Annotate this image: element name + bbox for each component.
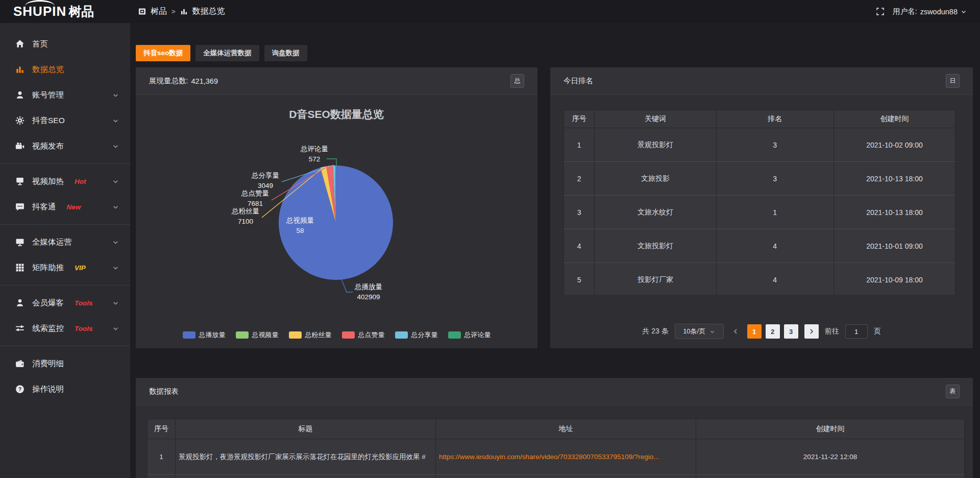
page-button-1[interactable]: 1 xyxy=(747,324,762,339)
sidebar-item-label: 矩阵助推 xyxy=(32,262,64,273)
ranking-cell: 3 xyxy=(717,162,834,196)
page-size-select[interactable]: 10条/页 xyxy=(675,324,724,339)
ranking-cell: 2 xyxy=(564,162,595,196)
sidebar-item-doukertong[interactable]: 抖客通New xyxy=(0,194,130,220)
ranking-cell: 4 xyxy=(717,263,834,295)
topbar-right: 用户名: zswodun88 xyxy=(876,7,980,16)
sidebar-item-label: 视频发布 xyxy=(32,141,64,152)
sidebar-item-label: 数据总览 xyxy=(32,64,64,75)
sidebar-item-label: 账号管理 xyxy=(32,90,64,101)
ranking-col-header: 序号 xyxy=(564,110,595,128)
sidebar-badge: Tools xyxy=(75,325,93,332)
page-button-2[interactable]: 2 xyxy=(766,324,780,339)
breadcrumb-separator: > xyxy=(172,8,176,15)
report-table: 序号标题地址创建时间 1景观投影灯，夜游景观投影灯厂家展示展示落花灯在花园里的灯… xyxy=(147,419,965,478)
ranking-cell: 1 xyxy=(564,128,595,162)
report-panel-title: 数据报表 xyxy=(149,387,179,396)
prev-page-button[interactable] xyxy=(730,324,741,339)
user-label: 用户名: xyxy=(893,7,917,16)
tab-douyin-seo-data[interactable]: 抖音seo数据 xyxy=(136,45,190,61)
ranking-col-header: 创建时间 xyxy=(834,110,955,128)
goto-page-input[interactable] xyxy=(845,324,868,339)
chevron-down-icon xyxy=(961,9,967,15)
sidebar-divider xyxy=(0,224,130,225)
chevron-down-icon xyxy=(112,300,119,306)
bar-chart-icon xyxy=(15,65,24,74)
sidebar-item-data-overview[interactable]: 数据总览 xyxy=(0,57,130,82)
report-col-header: 序号 xyxy=(147,419,176,439)
tab-media-op-data[interactable]: 全媒体运营数据 xyxy=(195,45,259,61)
sidebar-item-account-manage[interactable]: 账号管理 xyxy=(0,82,130,108)
sidebar-item-omni-media[interactable]: 全媒体运营 xyxy=(0,229,130,255)
ranking-cell: 文旅投影 xyxy=(595,162,716,196)
legend-item-总粉丝量[interactable]: 总粉丝量 xyxy=(289,330,332,340)
ranking-cell: 文旅投影灯 xyxy=(595,229,716,263)
sidebar-item-video-heat[interactable]: 视频加热Hot xyxy=(0,169,130,194)
page-button-3[interactable]: 3 xyxy=(784,324,798,339)
window-icon xyxy=(138,8,146,15)
page-buttons: 123 xyxy=(747,324,798,339)
pie-label-name: 总播放量 xyxy=(354,283,382,291)
chevron-down-icon xyxy=(112,117,119,124)
sidebar-item-home[interactable]: 首页 xyxy=(0,31,130,57)
next-page-button[interactable] xyxy=(804,324,819,339)
sidebar-item-label: 操作说明 xyxy=(32,384,64,395)
legend-swatch xyxy=(448,331,461,339)
sidebar-item-video-publish[interactable]: 视频发布 xyxy=(0,133,130,159)
ranking-cell: 2021-10-13 18:00 xyxy=(834,196,955,229)
label-line-总评论量 xyxy=(327,159,336,166)
impressions-panel-header: 展现量总数: 421,369 总 xyxy=(136,67,537,95)
legend-label: 总点赞量 xyxy=(358,330,385,340)
ranking-cell: 景观投影灯 xyxy=(595,128,716,162)
video-link[interactable]: https://www.iesdouyin.com/share/video/70… xyxy=(439,453,693,461)
logo-text-en: SHUPIN xyxy=(13,4,66,19)
pie-label-name: 总点赞量 xyxy=(241,189,269,197)
sidebar-item-matrix-boost[interactable]: 矩阵助推VIP xyxy=(0,255,130,280)
impressions-total-label: 展现量总数: xyxy=(149,76,188,86)
user-menu[interactable]: 用户名: zswodun88 xyxy=(893,7,967,16)
ranking-cell: 4 xyxy=(717,229,834,263)
grid-icon xyxy=(15,263,24,272)
ranking-table: 序号关键词排名创建时间 1景观投影灯32021-10-02 09:002文旅投影… xyxy=(564,110,955,295)
report-table-wrap: 序号标题地址创建时间 1景观投影灯，夜游景观投影灯厂家展示展示落花灯在花园里的灯… xyxy=(147,419,965,478)
sidebar-item-label: 会员爆客 xyxy=(32,298,64,308)
sliders-icon xyxy=(15,324,24,333)
sidebar-item-member-leads[interactable]: 会员爆客Tools xyxy=(0,290,130,316)
chart-legend: 总播放量总视频量总粉丝量总点赞量总分享量总评论量 xyxy=(136,330,537,340)
report-col-header: 创建时间 xyxy=(696,419,965,439)
impressions-panel: 展现量总数: 421,369 总 D音SEO数据量总览总播放量402909总视频… xyxy=(136,67,537,348)
chevron-down-icon xyxy=(112,143,119,150)
total-view-button[interactable]: 总 xyxy=(510,74,524,88)
home-icon xyxy=(15,39,24,49)
report-cell-index: 1 xyxy=(147,439,176,475)
legend-item-总分享量[interactable]: 总分享量 xyxy=(395,330,438,340)
table-view-button[interactable]: 表 xyxy=(946,385,960,398)
chevron-down-icon xyxy=(112,239,119,246)
sidebar-item-help[interactable]: ?操作说明 xyxy=(0,376,130,402)
breadcrumb-root[interactable]: 树品 xyxy=(151,6,167,17)
tab-inquiry-data[interactable]: 询盘数据 xyxy=(264,45,307,61)
breadcrumb-current[interactable]: 数据总览 xyxy=(192,6,225,17)
ranking-cell: 3 xyxy=(564,196,595,229)
sidebar-item-douyin-seo[interactable]: 抖音SEO xyxy=(0,108,130,133)
sidebar-item-clue-monitor[interactable]: 线索监控Tools xyxy=(0,316,130,341)
pie-label-value: 3049 xyxy=(258,182,273,189)
sidebar-item-expense-detail[interactable]: 消费明细 xyxy=(0,351,130,376)
legend-label: 总评论量 xyxy=(464,330,491,340)
day-view-button[interactable]: 日 xyxy=(946,74,960,88)
report-panel-header: 数据报表 表 xyxy=(136,378,973,405)
legend-item-总点赞量[interactable]: 总点赞量 xyxy=(342,330,385,340)
fullscreen-icon[interactable] xyxy=(876,7,885,16)
legend-item-总视频量[interactable]: 总视频量 xyxy=(236,330,279,340)
ranking-cell: 4 xyxy=(564,229,595,263)
legend-swatch xyxy=(236,331,249,339)
sidebar-divider xyxy=(0,346,130,346)
chevron-down-icon xyxy=(112,204,119,210)
sidebar-badge: VIP xyxy=(75,264,86,272)
ranking-panel-header: 今日排名 日 xyxy=(550,67,973,95)
ranking-table-row: 4文旅投影灯42021-10-01 09:00 xyxy=(564,229,955,263)
legend-item-总评论量[interactable]: 总评论量 xyxy=(448,330,491,340)
legend-item-总播放量[interactable]: 总播放量 xyxy=(183,330,226,340)
report-table-row: 1景观投影灯，夜游景观投影灯厂家展示展示落花灯在花园里的灯光投影应用效果 #ht… xyxy=(147,439,965,475)
chart-title: D音SEO数据量总览 xyxy=(289,108,384,120)
